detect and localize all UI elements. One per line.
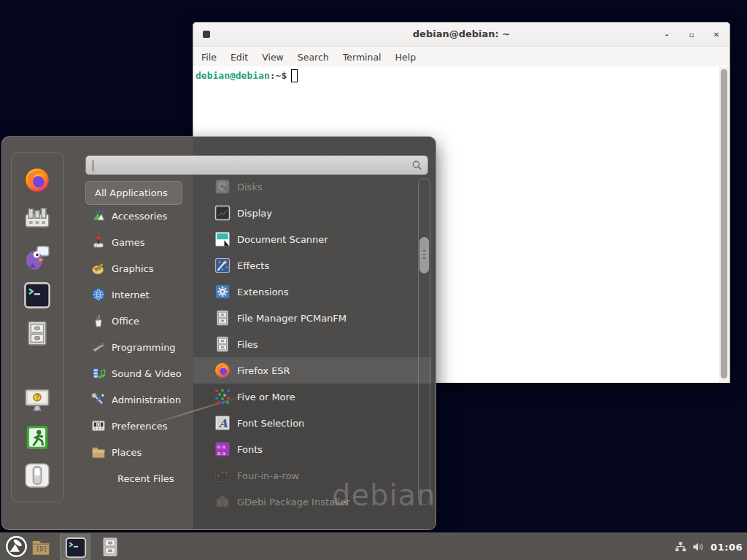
app-item-file-manager-pcmanfm[interactable]: File Manager PCManFM	[193, 305, 431, 331]
graphics-icon	[91, 261, 106, 276]
prompt-suffix: :~$	[270, 70, 287, 81]
logout-icon[interactable]	[23, 424, 51, 451]
accessories-icon	[91, 209, 106, 223]
app-item-files[interactable]: Files	[193, 331, 431, 357]
menu-help[interactable]: Help	[395, 52, 417, 63]
internet-icon	[91, 287, 106, 302]
system-tray: 01:06	[674, 533, 744, 560]
sound-video-icon	[91, 366, 106, 381]
taskbar-folder-launcher[interactable]: [D]	[30, 536, 52, 558]
window-controls: - ▫ ✕	[662, 23, 721, 47]
app-item-display[interactable]: Display	[193, 200, 431, 226]
category-places[interactable]: Places	[84, 439, 195, 465]
terminal-cursor	[291, 69, 298, 82]
terminal-titlebar[interactable]: debian@debian: ~ - ▫ ✕	[193, 23, 729, 47]
category-recent-files[interactable]: Recent Files	[84, 465, 195, 491]
shutdown-icon[interactable]	[23, 462, 51, 489]
menu-edit[interactable]: Edit	[231, 52, 248, 63]
application-list-scrollbar-thumb[interactable]	[419, 237, 429, 273]
files-icon	[214, 335, 231, 353]
lock-screen-icon[interactable]: ?	[23, 386, 51, 413]
svg-text:a a: a a	[217, 450, 226, 456]
menu-view[interactable]: View	[262, 52, 284, 63]
search-input[interactable]	[93, 158, 400, 172]
category-graphics[interactable]: Graphics	[84, 255, 195, 281]
app-item-effects[interactable]: Effects	[193, 252, 431, 279]
app-item-font-selection[interactable]: AFont Selection	[193, 410, 431, 436]
favorite-pidgin-icon[interactable]	[23, 244, 51, 271]
close-button[interactable]: ✕	[712, 31, 721, 39]
terminal-menubar: File Edit View Search Terminal Help	[193, 47, 729, 66]
programming-icon	[91, 340, 106, 354]
document-scanner-icon	[214, 230, 231, 248]
category-internet[interactable]: Internet	[84, 281, 195, 308]
category-all-applications[interactable]: All Applications	[85, 181, 182, 205]
menu-file[interactable]: File	[201, 52, 217, 63]
app-item-extensions[interactable]: Extensions	[193, 279, 431, 305]
taskbar-terminal-icon	[65, 537, 87, 559]
category-administration[interactable]: Administration	[84, 386, 195, 413]
favorite-control-center-icon[interactable]	[23, 205, 51, 233]
disks-icon	[214, 178, 231, 195]
app-item-four-in-a-row[interactable]: Four-in-a-row	[193, 462, 431, 489]
category-programming[interactable]: Programming	[84, 334, 195, 360]
file-manager-icon	[214, 309, 231, 327]
office-icon	[91, 314, 106, 328]
four-in-a-row-icon	[214, 467, 231, 484]
application-list: Disks Display Document Scanner Effects E…	[193, 174, 431, 515]
search-caret	[93, 160, 93, 171]
search-box	[85, 155, 428, 175]
category-accessories[interactable]: Accessories	[84, 203, 195, 229]
font-selection-icon: A	[214, 414, 231, 432]
clock[interactable]: 01:06	[709, 542, 744, 553]
favorite-file-manager-icon[interactable]	[23, 319, 51, 347]
app-item-firefox-esr[interactable]: Firefox ESR	[193, 357, 431, 384]
shell-prompt: debian@debian:~$	[196, 69, 298, 82]
fonts-icon: a aa a	[214, 440, 231, 458]
app-item-document-scanner[interactable]: Document Scanner	[193, 226, 431, 252]
extensions-icon	[214, 283, 231, 300]
desktop: debian@debian: ~ - ▫ ✕ File Edit View Se…	[0, 0, 747, 560]
start-menu-button[interactable]	[5, 535, 28, 558]
app-item-disks[interactable]: Disks	[193, 174, 431, 200]
five-or-more-icon	[214, 388, 231, 405]
application-list-scrollbar[interactable]	[418, 178, 430, 505]
app-item-gdebi-package-installer[interactable]: GDebi Package Installer	[193, 489, 431, 515]
scrollbar-grip-dots	[423, 250, 425, 252]
menu-terminal[interactable]: Terminal	[343, 52, 382, 63]
taskbar-file-manager-launcher[interactable]	[99, 536, 121, 558]
app-item-fonts[interactable]: a aa aFonts	[193, 436, 431, 462]
games-icon	[91, 235, 106, 249]
preferences-icon	[91, 419, 106, 433]
svg-text:?: ?	[36, 393, 39, 401]
firefox-icon	[214, 362, 231, 379]
gdebi-icon	[214, 493, 231, 510]
category-preferences[interactable]: Preferences	[84, 413, 195, 439]
taskbar-terminal-task-active[interactable]	[60, 534, 90, 560]
prompt-user: debian@debian	[196, 70, 270, 81]
window-title: debian@debian: ~	[193, 28, 729, 39]
volume-icon[interactable]	[692, 540, 705, 553]
favorite-terminal-icon[interactable]	[23, 281, 51, 309]
minimize-button[interactable]: -	[662, 31, 671, 39]
terminal-scrollbar-thumb[interactable]	[721, 69, 727, 378]
effects-icon	[214, 257, 231, 274]
category-list: Accessories Games Graphics Internet Offi…	[84, 203, 195, 491]
category-sound-video[interactable]: Sound & Video	[84, 360, 195, 386]
maximize-button[interactable]: ▫	[687, 31, 696, 39]
category-games[interactable]: Games	[84, 229, 195, 255]
application-menu: ? All Applications Accessories Games Gra…	[1, 136, 436, 530]
svg-text:A: A	[218, 417, 228, 430]
network-icon[interactable]	[674, 540, 687, 553]
taskbar: [D] 01:06	[0, 532, 747, 560]
app-item-five-or-more[interactable]: Five or More	[193, 384, 431, 410]
terminal-scrollbar[interactable]	[719, 67, 729, 382]
menu-search[interactable]: Search	[298, 52, 329, 63]
display-icon	[214, 204, 231, 222]
category-office[interactable]: Office	[84, 308, 195, 334]
places-icon	[91, 445, 106, 459]
search-icon	[411, 160, 422, 171]
svg-text:[D]: [D]	[36, 545, 47, 553]
favorite-firefox-icon[interactable]	[23, 166, 51, 194]
administration-icon	[91, 392, 106, 407]
